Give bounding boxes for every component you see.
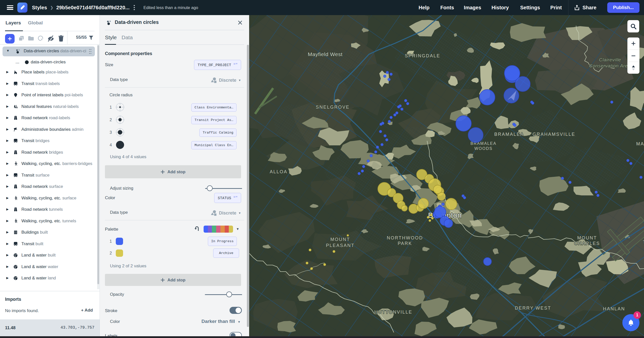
svg-text:CHARLES: CHARLES	[574, 241, 600, 246]
svg-text:SNELGROVE: SNELGROVE	[316, 105, 350, 110]
svg-text:Claireville: Claireville	[599, 57, 621, 62]
svg-text:T: T	[643, 240, 644, 245]
svg-text:MALT: MALT	[636, 141, 644, 146]
svg-text:NORTHWOOD: NORTHWOOD	[387, 235, 423, 240]
svg-text:WOODS: WOODS	[474, 146, 493, 151]
svg-text:Conservation Area: Conservation Area	[589, 63, 630, 68]
svg-text:MOUNT: MOUNT	[577, 235, 597, 240]
svg-text:MOUNT: MOUNT	[330, 237, 350, 242]
svg-text:GRAHAMSVILLE: GRAHAMSVILLE	[533, 132, 575, 137]
svg-text:Mayfield West: Mayfield West	[308, 51, 343, 57]
svg-text:HUTTONVILLE: HUTTONVILLE	[374, 310, 412, 315]
svg-text:BRAMALEA: BRAMALEA	[494, 132, 524, 137]
svg-text:DERRY WEST: DERRY WEST	[515, 306, 551, 311]
svg-text:ALLOA: ALLOA	[270, 169, 288, 174]
svg-text:PARK: PARK	[398, 241, 412, 246]
svg-text:PLEASANT: PLEASANT	[326, 243, 355, 248]
svg-text:SPRINGDALE: SPRINGDALE	[405, 53, 440, 58]
svg-text:HANLAN: HANLAN	[603, 306, 625, 311]
